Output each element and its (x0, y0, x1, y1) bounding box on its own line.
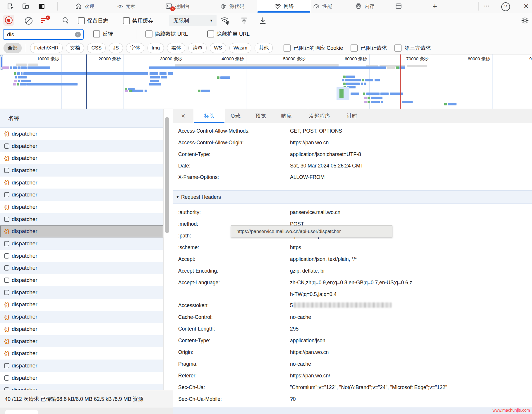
detail-tab-负载[interactable]: 负载 (221, 109, 250, 123)
more-tabs-button[interactable]: + (430, 1, 440, 11)
hide-extension-url-box[interactable] (207, 30, 214, 37)
request-row[interactable]: dispatcher (0, 250, 163, 262)
request-row[interactable]: dispatcher (0, 372, 163, 384)
chip-字体[interactable]: 字体 (126, 43, 144, 53)
close-detail-button[interactable]: × (178, 111, 188, 121)
record-button[interactable] (3, 15, 14, 26)
throttling-value: 无限制 (173, 17, 189, 24)
request-row[interactable]: dispatcher (0, 384, 163, 390)
request-row[interactable]: dispatcher (0, 189, 163, 201)
request-row[interactable]: {;}dispatcher (0, 335, 163, 348)
request-row[interactable]: dispatcher (0, 164, 163, 177)
request-row[interactable]: {;}dispatcher (0, 152, 163, 164)
device-toolbar-icon[interactable] (21, 2, 30, 11)
list-scrollbar[interactable] (165, 117, 169, 233)
blocked-requests-checkbox[interactable]: 已阻止请求 (351, 45, 387, 52)
tab-内存[interactable]: 内存 (345, 0, 384, 12)
panel-layout-icon[interactable] (37, 2, 46, 11)
request-row[interactable]: dispatcher (0, 140, 163, 152)
chip-文档[interactable]: 文档 (66, 43, 84, 53)
hide-data-url-box[interactable] (145, 30, 152, 37)
waterfall-bar (150, 76, 160, 78)
import-har-button[interactable] (240, 17, 248, 25)
invert-box[interactable] (93, 30, 100, 37)
third-party-checkbox[interactable]: 第三方请求 (394, 45, 431, 52)
chip-Img[interactable]: Img (147, 43, 164, 53)
clear-button[interactable] (25, 17, 32, 25)
chip-清单[interactable]: 清单 (188, 43, 207, 53)
chip-Fetch/XHR[interactable]: Fetch/XHR (30, 43, 63, 53)
chip-JS[interactable]: JS (109, 43, 123, 53)
waterfall-bar (132, 90, 143, 92)
document-icon (4, 387, 9, 390)
network-settings-button[interactable] (521, 16, 529, 25)
tab-元素[interactable]: </>元素 (108, 0, 145, 12)
tab-网络[interactable]: 网络 (257, 0, 311, 12)
name-column-header[interactable]: 名称 (0, 109, 163, 128)
detail-tab-标头[interactable]: 标头 (193, 109, 225, 123)
request-row[interactable]: dispatcher (0, 237, 163, 250)
chip-CSS[interactable]: CSS (87, 43, 106, 53)
request-row[interactable]: dispatcher (0, 360, 163, 372)
tab-欢迎[interactable]: 欢迎 (64, 0, 105, 12)
chip-WS[interactable]: WS (210, 43, 226, 53)
hide-data-url-checkbox[interactable]: 隐藏数据 URL (145, 30, 188, 37)
filter-input[interactable]: dis × (3, 29, 84, 40)
detail-bottom-strip (173, 407, 532, 414)
overflow-menu-button[interactable]: ··· (482, 1, 492, 11)
disable-cache-checkbox[interactable]: 禁用缓存 (123, 17, 153, 24)
request-row[interactable]: {;}dispatcher (0, 225, 163, 238)
search-button[interactable] (62, 17, 69, 24)
request-row[interactable]: {;}dispatcher (0, 299, 163, 311)
request-row[interactable]: {;}dispatcher (0, 323, 163, 335)
request-row[interactable]: dispatcher (0, 213, 163, 225)
request-row[interactable]: {;}dispatcher (0, 347, 163, 360)
request-row[interactable]: {;}dispatcher (0, 128, 163, 140)
help-button[interactable]: ? (501, 2, 510, 11)
request-row[interactable]: dispatcher (0, 286, 163, 299)
headers-content: Access-Control-Allow-Methods:GET, POST, … (173, 123, 532, 414)
throttling-select[interactable]: 无限制 ▼ (169, 15, 217, 26)
tab-源代码[interactable]: 源代码 (208, 0, 256, 12)
network-conditions-button[interactable] (220, 17, 230, 25)
waterfall-bar (345, 79, 361, 81)
disable-cache-box[interactable] (123, 17, 130, 24)
hide-extension-url-checkbox[interactable]: 隐藏扩展 URL (207, 30, 250, 37)
preserve-log-box[interactable] (78, 17, 85, 24)
request-row[interactable]: dispatcher (0, 274, 163, 286)
tab-性能[interactable]: 性能 (303, 0, 342, 12)
chip-媒体[interactable]: 媒体 (167, 43, 185, 53)
chip-全部[interactable]: 全部 (4, 43, 22, 53)
blocked-cookies-box[interactable] (284, 45, 291, 52)
close-devtools-button[interactable]: × (521, 1, 531, 11)
request-row[interactable]: dispatcher (0, 262, 163, 274)
request-row[interactable]: {;}dispatcher (0, 201, 163, 213)
request-row[interactable]: {;}dispatcher (0, 311, 163, 323)
detail-tab-响应[interactable]: 响应 (272, 109, 301, 123)
waterfall-bar (362, 79, 364, 81)
tabbar-divider-right (478, 2, 479, 11)
chip-Wasm[interactable]: Wasm (229, 43, 252, 53)
tab-控制台[interactable]: ×控制台 (155, 0, 201, 12)
invert-filter-checkbox[interactable]: 反转 (93, 30, 113, 37)
waterfall-bar (21, 80, 31, 82)
detail-tab-计时[interactable]: 计时 (338, 109, 366, 123)
chip-其他[interactable]: 其他 (255, 43, 273, 53)
third-party-box[interactable] (394, 45, 401, 52)
detail-tab-预览[interactable]: 预览 (247, 109, 275, 123)
waterfall-bar (201, 90, 210, 92)
request-row[interactable]: {;}dispatcher (0, 177, 163, 189)
header-value: application/json;charset=UTF-8 (290, 148, 361, 160)
request-name: dispatcher (12, 253, 37, 259)
tab-drawer[interactable] (388, 0, 409, 12)
network-overview-timeline[interactable]: 10000 毫秒20000 毫秒30000 毫秒40000 毫秒50000 毫秒… (0, 54, 532, 109)
clear-filter-icon[interactable]: × (75, 32, 81, 37)
detail-tab-发起程序[interactable]: 发起程序 (298, 109, 341, 123)
blocked-requests-box[interactable] (351, 45, 358, 52)
filter-toggle-button[interactable]: × (41, 17, 49, 24)
export-har-button[interactable] (259, 17, 267, 25)
inspect-icon[interactable] (6, 2, 15, 11)
request-headers-section-header[interactable]: ▼ Request Headers (173, 190, 532, 204)
preserve-log-checkbox[interactable]: 保留日志 (78, 17, 108, 24)
blocked-cookies-checkbox[interactable]: 已阻止的响应 Cookie (284, 45, 343, 52)
